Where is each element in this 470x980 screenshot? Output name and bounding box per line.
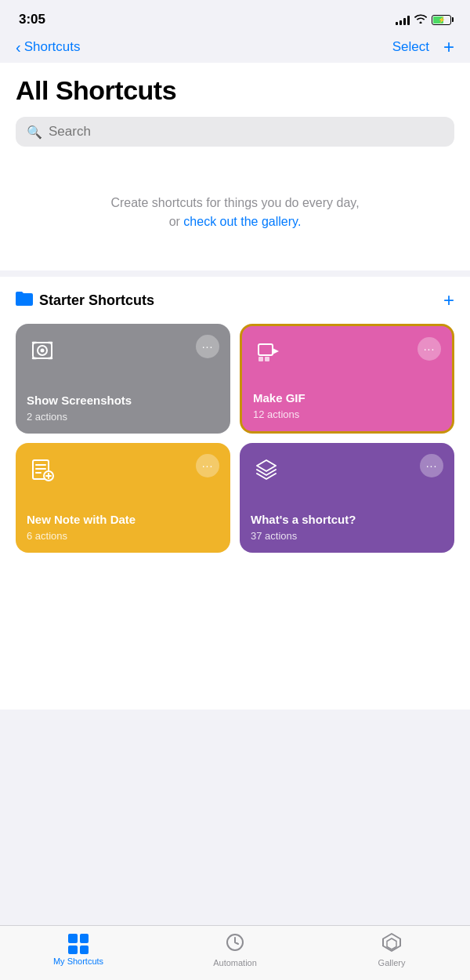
card-info: What's a shortcut? 37 actions bbox=[251, 513, 443, 542]
nav-bar: ‹ Shortcuts Select + bbox=[0, 34, 470, 63]
card-header: ··· bbox=[251, 454, 443, 485]
card-actions: 2 actions bbox=[27, 411, 219, 423]
tab-bar: My Shortcuts Automation Gallery bbox=[0, 925, 470, 980]
empty-state: Create shortcuts for things you do every… bbox=[16, 170, 454, 270]
svg-point-2 bbox=[41, 349, 45, 353]
section-header: Starter Shortcuts + bbox=[16, 289, 454, 311]
card-name: New Note with Date bbox=[27, 513, 219, 527]
section-title: Starter Shortcuts bbox=[39, 292, 154, 309]
section-header-left: Starter Shortcuts bbox=[16, 292, 154, 310]
card-header: ··· bbox=[27, 335, 219, 366]
shortcut-card-new-note[interactable]: ··· New Note with Date 6 actions bbox=[16, 443, 230, 553]
wifi-icon bbox=[414, 13, 427, 26]
page-title: All Shortcuts bbox=[16, 75, 454, 106]
battery-icon: ⚡ bbox=[432, 15, 451, 25]
content-area: All Shortcuts 🔍 Create shortcuts for thi… bbox=[0, 63, 470, 270]
card-actions: 6 actions bbox=[27, 530, 219, 542]
shortcuts-section: Starter Shortcuts + ··· bbox=[0, 277, 470, 568]
gallery-link[interactable]: check out the gallery. bbox=[183, 215, 301, 228]
bottom-spacer bbox=[0, 568, 470, 710]
card-name: What's a shortcut? bbox=[251, 513, 443, 527]
card-name: Show Screen­shots bbox=[27, 394, 219, 408]
shortcut-card-screenshots[interactable]: ··· Show Screen­shots 2 actions bbox=[16, 324, 230, 434]
card-menu-button[interactable]: ··· bbox=[418, 337, 441, 361]
my-shortcuts-icon bbox=[68, 934, 89, 954]
card-header: ··· bbox=[253, 337, 441, 368]
add-shortcut-button[interactable]: + bbox=[443, 38, 454, 56]
back-chevron-icon: ‹ bbox=[16, 39, 21, 55]
gallery-tab-icon bbox=[381, 932, 402, 956]
tab-automation[interactable]: Automation bbox=[204, 932, 266, 967]
nav-back-label: Shortcuts bbox=[24, 39, 81, 55]
search-icon: 🔍 bbox=[27, 125, 42, 140]
card-actions: 12 actions bbox=[253, 408, 441, 420]
card-info: New Note with Date 6 actions bbox=[27, 513, 219, 542]
status-time: 3:05 bbox=[19, 12, 45, 27]
automation-icon bbox=[225, 932, 245, 956]
nav-actions: Select + bbox=[392, 38, 454, 56]
note-icon bbox=[27, 454, 58, 485]
shortcut-card-make-gif[interactable]: ··· Make GIF 12 actions bbox=[240, 324, 454, 434]
section-divider bbox=[0, 270, 470, 277]
shortcut-card-whats-shortcut[interactable]: ··· What's a shortcut? 37 actions bbox=[240, 443, 454, 553]
card-info: Make GIF 12 actions bbox=[253, 391, 441, 420]
signal-icon bbox=[396, 15, 410, 25]
card-header: ··· bbox=[27, 454, 219, 485]
search-input[interactable] bbox=[49, 124, 443, 140]
svg-rect-8 bbox=[258, 357, 263, 361]
card-menu-button[interactable]: ··· bbox=[196, 335, 219, 358]
card-menu-button[interactable]: ··· bbox=[196, 454, 219, 477]
empty-state-line1: Create shortcuts for things you do every… bbox=[110, 196, 359, 209]
gif-icon bbox=[253, 337, 284, 368]
layers-icon bbox=[251, 454, 282, 485]
status-bar: 3:05 ⚡ bbox=[0, 0, 470, 34]
add-folder-button[interactable]: + bbox=[443, 289, 454, 311]
screenshot-icon bbox=[27, 335, 58, 366]
card-name: Make GIF bbox=[253, 391, 441, 405]
tab-my-shortcuts-label: My Shortcuts bbox=[53, 956, 103, 966]
tab-gallery-label: Gallery bbox=[378, 958, 406, 967]
tab-automation-label: Automation bbox=[213, 958, 257, 967]
tab-gallery[interactable]: Gallery bbox=[360, 932, 423, 967]
search-bar[interactable]: 🔍 bbox=[16, 117, 454, 147]
card-menu-button[interactable]: ··· bbox=[420, 454, 443, 477]
select-button[interactable]: Select bbox=[392, 39, 429, 55]
status-icons: ⚡ bbox=[396, 13, 451, 26]
empty-state-line2: or bbox=[169, 215, 184, 228]
shortcuts-grid: ··· Show Screen­shots 2 actions ··· bbox=[16, 324, 454, 553]
svg-rect-9 bbox=[265, 357, 269, 361]
nav-back-button[interactable]: ‹ Shortcuts bbox=[16, 39, 80, 55]
card-actions: 37 actions bbox=[251, 530, 443, 542]
svg-rect-7 bbox=[258, 344, 273, 355]
card-info: Show Screen­shots 2 actions bbox=[27, 394, 219, 423]
folder-icon bbox=[16, 292, 33, 310]
tab-my-shortcuts[interactable]: My Shortcuts bbox=[47, 934, 110, 966]
